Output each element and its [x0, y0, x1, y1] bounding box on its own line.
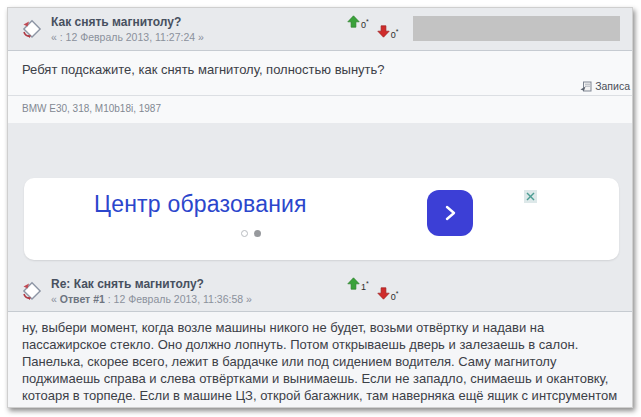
post-body: ну, выбери момент, когда возле машины ни… [8, 312, 632, 408]
post-body: Ребят подскажите, как снять магнитолу, п… [8, 51, 632, 123]
post-header-text: Как снять магнитолу? « : 12 Февраль 2013… [51, 15, 341, 44]
arrow-up-icon [347, 15, 360, 28]
post-message: ну, выбери момент, когда возле машины ни… [22, 319, 620, 408]
ad-banner[interactable]: Центр образования [24, 178, 619, 260]
logged-icon [580, 81, 592, 92]
vote-controls: 1* 0* [347, 277, 399, 302]
upvote-count[interactable]: 1* [361, 280, 369, 292]
post-original: Как снять магнитолу? « : 12 Февраль 2013… [8, 8, 632, 123]
post-date: « : 12 Февраль 2013, 11:27:24 » [51, 30, 341, 44]
vote-controls: 0* 0* [347, 15, 399, 40]
upvote-button[interactable]: 0* [347, 15, 369, 40]
post-date: « Ответ #1 : 12 Февраль 2013, 11:36:58 » [51, 292, 341, 306]
downvote-button[interactable]: 0* [377, 25, 399, 40]
downvote-count[interactable]: 0* [391, 290, 399, 302]
page-gap [8, 260, 632, 270]
topic-icon [20, 279, 44, 303]
post-reply: Re: Как снять магнитолу? « Ответ #1 : 12… [8, 270, 632, 408]
ad-next-button[interactable] [427, 190, 473, 236]
upvote-button[interactable]: 1* [347, 277, 369, 302]
close-icon [526, 192, 535, 201]
page-gap [8, 123, 632, 178]
forum-page: Как снять магнитолу? « : 12 Февраль 2013… [7, 7, 633, 408]
post-header: Как снять магнитолу? « : 12 Февраль 2013… [8, 8, 632, 50]
topic-icon [20, 17, 44, 41]
arrow-down-icon [377, 25, 390, 38]
upvote-count[interactable]: 0* [361, 18, 369, 30]
arrow-up-icon [347, 277, 360, 290]
carousel-dot[interactable] [241, 230, 248, 237]
arrow-down-icon [377, 287, 390, 300]
ad-carousel-dots [241, 230, 261, 237]
post-signature: BMW E30, 318, M10b18i, 1987 [8, 96, 632, 123]
post-message: Ребят подскажите, как снять магнитолу, п… [8, 51, 632, 78]
chevron-right-icon [439, 202, 461, 224]
redacted-user-block [413, 16, 621, 41]
downvote-count[interactable]: 0* [391, 28, 399, 40]
post-title: Re: Как снять магнитолу? [51, 277, 341, 292]
ad-close-button[interactable] [524, 190, 537, 203]
downvote-button[interactable]: 0* [377, 287, 399, 302]
ad-headline-link[interactable]: Центр образования [94, 191, 307, 218]
post-header-text: Re: Как снять магнитолу? « Ответ #1 : 12… [51, 277, 341, 306]
logged-label: Записа [595, 80, 630, 92]
logged-row: Записа [8, 78, 632, 95]
post-header: Re: Как снять магнитолу? « Ответ #1 : 12… [8, 270, 632, 311]
carousel-dot-active[interactable] [254, 230, 261, 237]
post-title: Как снять магнитолу? [51, 15, 341, 30]
